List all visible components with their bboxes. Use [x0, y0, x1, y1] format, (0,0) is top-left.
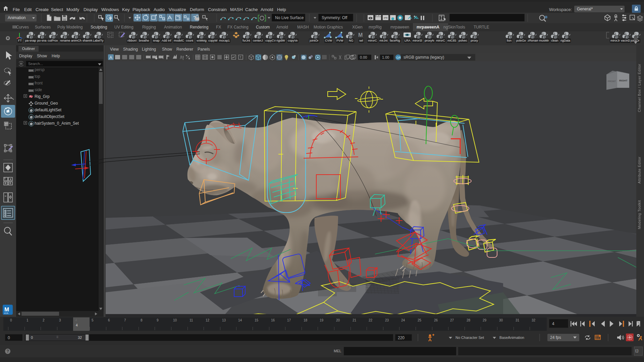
svg-text:0.00: 0.00 — [360, 55, 367, 59]
svg-text:1.00: 1.00 — [382, 55, 389, 59]
svg-text:IPR: IPR — [384, 17, 388, 19]
svg-text:side: side — [35, 87, 42, 92]
svg-text:T: T — [239, 56, 241, 59]
svg-text:persp: persp — [35, 67, 45, 72]
svg-text:defaultLightSet: defaultLightSet — [35, 108, 62, 112]
svg-text:Ground_Geo: Ground_Geo — [35, 101, 58, 106]
svg-text:GR: GR — [396, 56, 401, 59]
svg-text:Rig_Grp: Rig_Grp — [35, 94, 50, 99]
svg-text:?: ? — [7, 349, 9, 354]
svg-text:RIGHT: RIGHT — [619, 79, 628, 82]
svg-text:sRGB gamma (legacy): sRGB gamma (legacy) — [404, 55, 444, 60]
svg-text:defaultObjectSet: defaultObjectSet — [35, 114, 64, 119]
svg-text:M: M — [358, 32, 363, 38]
svg-text:top: top — [35, 74, 40, 79]
svg-text:AYA: AYA — [4, 312, 8, 314]
svg-text:hairSystem_0_Anim_Set: hairSystem_0_Anim_Set — [35, 121, 79, 126]
svg-text:front: front — [35, 81, 43, 85]
svg-text:FRONT: FRONT — [608, 80, 616, 82]
svg-text:A: A — [109, 55, 112, 60]
